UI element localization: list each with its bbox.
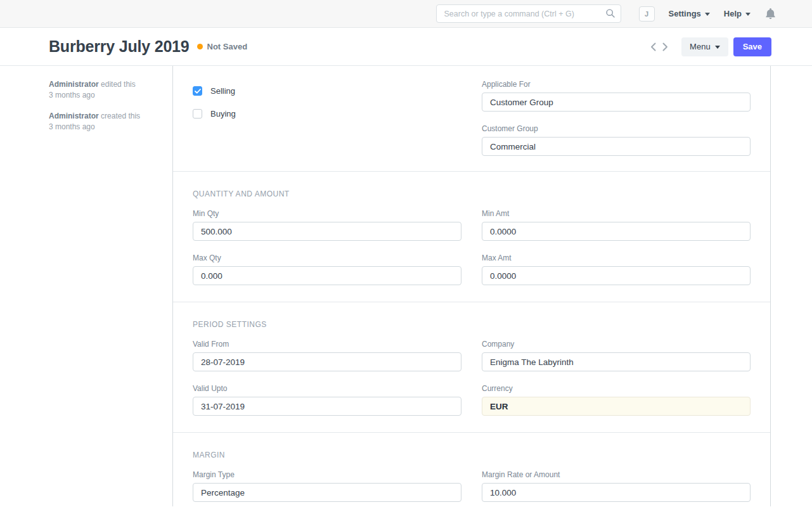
company-field: Company (482, 340, 751, 371)
margin-type-field: Margin Type (193, 470, 461, 502)
page-title: Burberry July 2019 (49, 37, 190, 56)
company-input[interactable] (482, 352, 751, 371)
max-qty-field: Max Qty (193, 254, 461, 285)
help-menu[interactable]: Help (724, 9, 751, 18)
customer-group-field: Customer Group (482, 124, 751, 156)
applicable-for-input[interactable] (482, 93, 751, 112)
section-quantity-and-amount: QUANTITY AND AMOUNT Min Qty Min Amt Max … (173, 172, 770, 302)
min-amt-field: Min Amt (482, 209, 751, 241)
search-input[interactable] (436, 4, 621, 23)
max-qty-label: Max Qty (193, 254, 461, 262)
activity-time: 3 months ago (49, 122, 95, 131)
menu-button[interactable]: Menu (681, 37, 728, 56)
activity-action: edited this (101, 80, 136, 89)
max-qty-input[interactable] (193, 266, 461, 285)
content-area: Administrator edited this 3 months ago A… (0, 66, 812, 506)
currency-input[interactable] (482, 397, 751, 416)
selling-checkbox[interactable]: Selling (193, 86, 235, 96)
activity-time: 3 months ago (49, 91, 95, 99)
section-heading: MARGIN (193, 451, 751, 459)
customer-group-input[interactable] (482, 137, 751, 156)
page-header: Burberry July 2019 Not Saved Menu Save (0, 28, 812, 66)
prev-document-button[interactable] (647, 40, 659, 54)
applicable-for-label: Applicable For (482, 80, 751, 89)
selling-checkbox-label: Selling (210, 86, 235, 96)
checkbox-icon (193, 86, 202, 96)
settings-label: Settings (669, 9, 701, 18)
max-amt-input[interactable] (482, 266, 751, 285)
settings-menu[interactable]: Settings (669, 9, 710, 18)
section-margin: MARGIN Margin Type Margin Rate or Amount (173, 433, 770, 502)
currency-field: Currency (482, 384, 751, 416)
section-heading: QUANTITY AND AMOUNT (193, 189, 751, 198)
help-label: Help (724, 9, 742, 18)
next-document-button[interactable] (659, 40, 671, 54)
status-text: Not Saved (207, 42, 248, 51)
min-amt-input[interactable] (482, 222, 751, 241)
activity-user: Administrator (49, 112, 99, 120)
right-gutter (771, 66, 812, 506)
buying-checkbox[interactable]: Buying (193, 109, 236, 119)
chevron-down-icon (715, 46, 720, 49)
customer-group-label: Customer Group (482, 124, 751, 133)
valid-upto-input[interactable] (193, 397, 461, 416)
search-icon[interactable] (605, 8, 615, 21)
chevron-down-icon (745, 13, 751, 16)
margin-rate-field: Margin Rate or Amount (482, 470, 751, 502)
max-amt-label: Max Amt (482, 254, 751, 262)
chevron-down-icon (705, 13, 710, 16)
activity-entry: Administrator created this 3 months ago (49, 111, 160, 132)
form-sidebar: Administrator edited this 3 months ago A… (0, 66, 173, 506)
applicable-for-field: Applicable For (482, 80, 751, 112)
activity-action: created this (101, 112, 140, 120)
min-qty-input[interactable] (193, 222, 461, 241)
section-heading: PERIOD SETTINGS (193, 320, 751, 329)
min-amt-label: Min Amt (482, 209, 751, 218)
status-badge: Not Saved (197, 42, 248, 51)
save-button[interactable]: Save (733, 37, 771, 56)
company-label: Company (482, 340, 751, 349)
user-avatar[interactable]: J (639, 6, 655, 22)
valid-from-field: Valid From (193, 340, 461, 371)
max-amt-field: Max Amt (482, 254, 751, 285)
valid-from-label: Valid From (193, 340, 461, 349)
activity-entry: Administrator edited this 3 months ago (49, 79, 160, 101)
min-qty-field: Min Qty (193, 209, 461, 241)
margin-type-input[interactable] (193, 483, 461, 502)
checkbox-icon (193, 109, 202, 119)
valid-upto-field: Valid Upto (193, 384, 461, 416)
margin-rate-label: Margin Rate or Amount (482, 470, 751, 479)
status-dot-icon (197, 44, 203, 49)
margin-rate-input[interactable] (482, 483, 751, 502)
menu-button-label: Menu (690, 42, 711, 51)
min-qty-label: Min Qty (193, 209, 461, 218)
section-period-settings: PERIOD SETTINGS Valid From Company Valid… (173, 302, 770, 433)
activity-user: Administrator (49, 80, 99, 89)
currency-label: Currency (482, 384, 751, 393)
notifications-bell-icon[interactable] (766, 8, 775, 19)
section-applicability: Selling Buying Applicable For (173, 66, 770, 172)
form-body: Selling Buying Applicable For (173, 66, 771, 506)
margin-type-label: Margin Type (193, 470, 461, 479)
valid-from-input[interactable] (193, 352, 461, 371)
top-navbar: J Settings Help (0, 0, 812, 28)
buying-checkbox-label: Buying (210, 109, 236, 119)
global-search (436, 4, 621, 23)
valid-upto-label: Valid Upto (193, 384, 461, 393)
